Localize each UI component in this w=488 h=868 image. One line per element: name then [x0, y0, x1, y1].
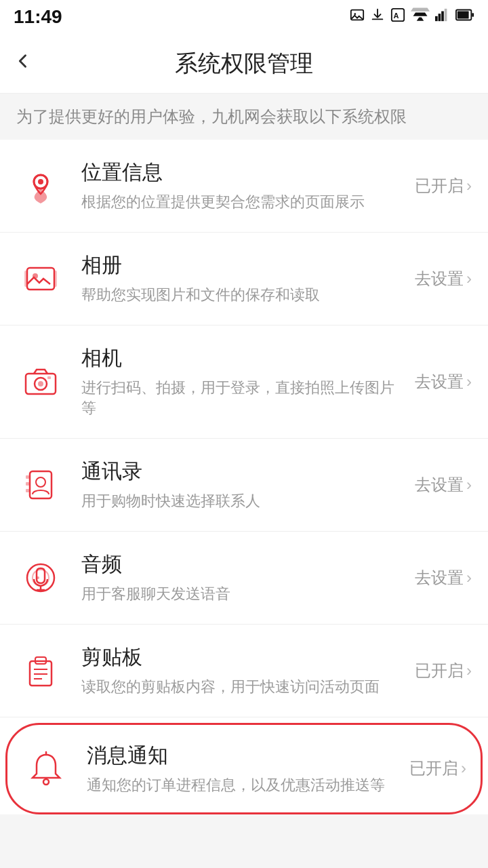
subtitle-banner: 为了提供更好的用户体验，九机网会获取以下系统权限	[0, 94, 488, 140]
battery-icon	[455, 7, 474, 26]
wifi-icon	[411, 7, 430, 26]
svg-rect-28	[26, 489, 29, 492]
status-icons: A	[350, 7, 474, 26]
svg-rect-19	[54, 271, 57, 287]
audio-content: 音频 用于客服聊天发送语音	[81, 551, 407, 605]
camera-icon	[16, 357, 65, 406]
audio-icon	[16, 553, 65, 602]
location-status[interactable]: 已开启 ›	[415, 175, 472, 197]
svg-rect-10	[445, 9, 447, 21]
back-button[interactable]	[14, 51, 33, 76]
audio-name: 音频	[81, 551, 407, 578]
contacts-desc: 用于购物时快速选择联系人	[81, 491, 407, 512]
notification-icon	[22, 744, 70, 793]
album-name: 相册	[81, 252, 407, 279]
permission-item-clipboard[interactable]: 剪贴板 读取您的剪贴板内容，用于快速访问活动页面 已开启 ›	[0, 625, 488, 717]
signal-icon	[435, 7, 450, 26]
notification-desc: 通知您的订单进程信息，以及优惠活动推送等	[87, 775, 401, 796]
notification-status[interactable]: 已开启 ›	[409, 757, 466, 779]
album-icon	[16, 254, 65, 303]
location-chevron: ›	[466, 176, 472, 195]
clipboard-desc: 读取您的剪贴板内容，用于快速访问活动页面	[81, 677, 407, 698]
clipboard-name: 剪贴板	[81, 644, 407, 671]
svg-text:A: A	[394, 12, 399, 20]
svg-rect-8	[439, 14, 441, 21]
svg-rect-27	[26, 482, 29, 486]
location-icon	[16, 161, 65, 210]
svg-marker-6	[417, 18, 424, 21]
contacts-name: 通讯录	[81, 458, 407, 486]
svg-rect-23	[47, 376, 51, 379]
subtitle-text: 为了提供更好的用户体验，九机网会获取以下系统权限	[16, 107, 407, 125]
svg-point-39	[43, 779, 49, 785]
svg-rect-9	[441, 12, 444, 22]
svg-point-22	[38, 381, 43, 387]
location-content: 位置信息 根据您的位置提供更契合您需求的页面展示	[81, 159, 407, 213]
audio-desc: 用于客服聊天发送语音	[81, 584, 407, 605]
notification-name: 消息通知	[87, 742, 401, 770]
svg-point-15	[38, 179, 43, 184]
download-icon	[370, 7, 385, 26]
svg-rect-7	[435, 16, 438, 21]
audio-chevron: ›	[466, 568, 472, 587]
contacts-chevron: ›	[466, 475, 472, 494]
clipboard-icon	[16, 646, 65, 695]
notification-chevron: ›	[461, 759, 466, 778]
status-time: 11:49	[14, 6, 62, 28]
album-chevron: ›	[466, 269, 472, 288]
svg-point-1	[354, 13, 356, 15]
font-icon: A	[390, 7, 405, 26]
permission-item-album[interactable]: 相册 帮助您实现图片和文件的保存和读取 去设置 ›	[0, 233, 488, 326]
location-desc: 根据您的位置提供更契合您需求的页面展示	[81, 192, 407, 213]
permission-item-audio[interactable]: 音频 用于客服聊天发送语音 去设置 ›	[0, 532, 488, 625]
svg-point-33	[37, 576, 39, 579]
notification-content: 消息通知 通知您的订单进程信息，以及优惠活动推送等	[87, 742, 401, 796]
media-icon	[350, 7, 365, 26]
contacts-icon	[16, 460, 65, 509]
album-status[interactable]: 去设置 ›	[415, 268, 472, 290]
svg-rect-13	[472, 13, 474, 17]
svg-rect-12	[458, 11, 469, 18]
camera-desc: 进行扫码、拍摄，用于登录，直接拍照上传图片等	[81, 378, 407, 420]
camera-content: 相机 进行扫码、拍摄，用于登录，直接拍照上传图片等	[81, 344, 407, 420]
camera-chevron: ›	[466, 372, 472, 391]
permission-item-location[interactable]: 位置信息 根据您的位置提供更契合您需求的页面展示 已开启 ›	[0, 140, 488, 233]
album-content: 相册 帮助您实现图片和文件的保存和读取	[81, 252, 407, 306]
svg-point-25	[36, 477, 45, 487]
clipboard-chevron: ›	[466, 661, 472, 680]
audio-status[interactable]: 去设置 ›	[415, 567, 472, 589]
permission-item-contacts[interactable]: 通讯录 用于购物时快速选择联系人 去设置 ›	[0, 439, 488, 532]
permission-item-notification[interactable]: 消息通知 通知您的订单进程信息，以及优惠活动推送等 已开启 ›	[5, 723, 483, 815]
location-name: 位置信息	[81, 159, 407, 186]
svg-rect-26	[26, 475, 29, 479]
svg-rect-18	[24, 271, 27, 287]
album-desc: 帮助您实现图片和文件的保存和读取	[81, 285, 407, 306]
camera-status[interactable]: 去设置 ›	[415, 371, 472, 393]
notification-wrapper: 消息通知 通知您的订单进程信息，以及优惠活动推送等 已开启 ›	[5, 723, 483, 815]
status-bar: 11:49 A	[0, 0, 488, 34]
svg-marker-5	[413, 13, 428, 16]
permission-item-camera[interactable]: 相机 进行扫码、拍摄，用于登录，直接拍照上传图片等 去设置 ›	[0, 326, 488, 439]
clipboard-content: 剪贴板 读取您的剪贴板内容，用于快速访问活动页面	[81, 644, 407, 698]
svg-rect-16	[27, 268, 54, 290]
header: 系统权限管理	[0, 34, 488, 94]
contacts-status[interactable]: 去设置 ›	[415, 474, 472, 496]
contacts-content: 通讯录 用于购物时快速选择联系人	[81, 458, 407, 512]
permission-list: 位置信息 根据您的位置提供更契合您需求的页面展示 已开启 › 相册 帮助您实现图…	[0, 140, 488, 814]
camera-name: 相机	[81, 344, 407, 372]
clipboard-status[interactable]: 已开启 ›	[415, 660, 472, 682]
svg-marker-4	[411, 8, 430, 12]
page-title: 系统权限管理	[175, 48, 313, 79]
